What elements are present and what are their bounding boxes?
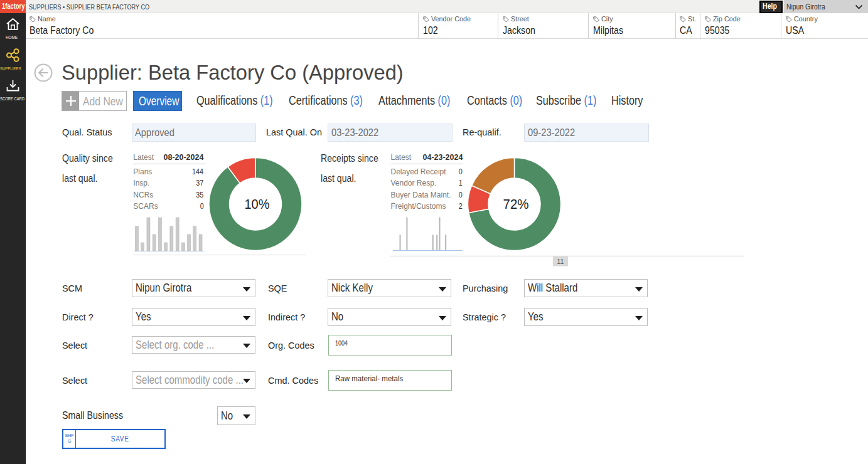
svg-text:11: 11 <box>557 258 564 265</box>
svg-text:10%: 10% <box>245 196 270 212</box>
svg-text:72%: 72% <box>503 196 529 212</box>
